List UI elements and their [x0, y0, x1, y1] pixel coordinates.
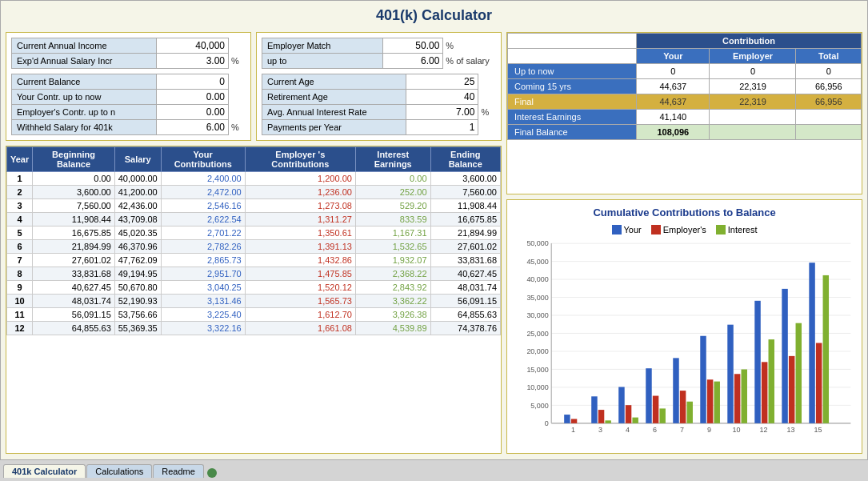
table-cell: 52,190.93 — [114, 295, 161, 308]
your-legend-color — [612, 225, 622, 234]
svg-text:6: 6 — [653, 426, 657, 434]
table-cell: 3,225.40 — [161, 308, 245, 322]
svg-rect-49 — [734, 374, 740, 423]
chart-area: 50,00045,00040,00035,00030,00025,00020,0… — [514, 238, 855, 447]
svg-text:3: 3 — [598, 426, 602, 434]
svg-text:1: 1 — [571, 426, 575, 434]
table-cell: 56,091.15 — [430, 295, 500, 308]
table-row: 1048,031.7452,190.933,131.461,565.733,36… — [7, 295, 501, 308]
payments-label: Payments per Year — [262, 120, 406, 135]
table-cell: 27,601.02 — [33, 254, 115, 267]
table-cell: 3,040.25 — [161, 281, 245, 295]
svg-rect-46 — [714, 381, 719, 423]
contrib-row-label: Coming 15 yrs — [508, 79, 637, 94]
current-age-label: Current Age — [262, 74, 406, 90]
your-contr-value[interactable]: 0.00 — [156, 90, 228, 105]
table-cell: 16,675.85 — [430, 213, 500, 226]
right-inputs-panel: Employer Match 50.00 % up to 6.00 % of s… — [256, 32, 502, 141]
table-cell: 64,855.63 — [430, 308, 500, 322]
avg-interest-unit: % — [478, 105, 496, 120]
table-cell: 4,539.89 — [355, 322, 430, 335]
table-cell: 1,932.07 — [355, 254, 430, 267]
contrib-row: Coming 15 yrs44,63722,31966,956 — [508, 79, 862, 94]
contrib-cell: 108,096 — [637, 125, 710, 140]
svg-rect-52 — [754, 300, 760, 423]
contrib-row-label: Final Balance — [508, 125, 637, 140]
svg-rect-24 — [564, 415, 570, 423]
table-cell: 3,131.46 — [161, 295, 245, 308]
table-cell: 56,091.15 — [33, 308, 115, 322]
table-cell: 529.20 — [355, 199, 430, 213]
table-cell: 21,894.99 — [430, 226, 500, 240]
tab-calculations[interactable]: Calculations — [86, 464, 152, 478]
table-cell: 47,762.09 — [114, 254, 161, 267]
table-cell: 1,612.70 — [245, 308, 355, 322]
withheld-salary-value[interactable]: 6.00 — [156, 120, 228, 135]
table-row: 1264,855.6355,369.353,322.161,661.084,53… — [7, 322, 501, 335]
table-cell: 7,560.00 — [430, 186, 500, 199]
svg-text:9: 9 — [707, 426, 711, 434]
table-cell: 2,400.00 — [161, 172, 245, 186]
table-cell: 3,322.16 — [161, 322, 245, 335]
table-cell: 12 — [7, 322, 33, 335]
svg-rect-30 — [605, 420, 610, 423]
contrib-row: Final Balance108,096 — [508, 125, 862, 140]
current-annual-income-value[interactable]: 40,000 — [156, 38, 228, 54]
table-row: 621,894.9946,370.962,782.261,391.131,532… — [7, 240, 501, 254]
svg-text:35,000: 35,000 — [526, 293, 548, 301]
tab-bar: 401k Calculator Calculations Readme — [0, 460, 868, 478]
current-age-value[interactable]: 25 — [406, 74, 478, 90]
svg-rect-57 — [789, 355, 794, 423]
data-table-panel: YearBeginning BalanceSalaryYour Contribu… — [6, 146, 502, 454]
payments-value[interactable]: 1 — [406, 120, 478, 135]
table-row: 23,600.0041,200.002,472.001,236.00252.00… — [7, 186, 501, 199]
table-cell: 7,560.00 — [33, 199, 115, 213]
contrib-row: Final44,63722,31966,956 — [508, 94, 862, 110]
table-cell: 9 — [7, 281, 33, 295]
svg-rect-45 — [707, 379, 713, 423]
table-row: 10.0040,000.002,400.001,200.000.003,600.… — [7, 172, 501, 186]
retirement-age-value[interactable]: 40 — [406, 90, 478, 105]
expd-salary-label: Exp'd Annual Salary Incr — [12, 54, 157, 69]
employer-match-value[interactable]: 50.00 — [382, 38, 442, 54]
svg-rect-36 — [646, 368, 651, 423]
table-cell: 42,436.00 — [114, 199, 161, 213]
retirement-age-label: Retirement Age — [262, 90, 406, 105]
table-cell: 1,167.31 — [355, 226, 430, 240]
table-cell: 1,661.08 — [245, 322, 355, 335]
current-balance-value[interactable]: 0 — [156, 74, 228, 90]
contrib-cell: 0 — [637, 64, 710, 79]
left-inputs-panel: Current Annual Income 40,000 Exp'd Annua… — [6, 32, 251, 141]
svg-text:40,000: 40,000 — [526, 275, 548, 283]
table-cell: 3,600.00 — [33, 186, 115, 199]
table-cell: 45,020.35 — [114, 226, 161, 240]
employer-contr-value[interactable]: 0.00 — [156, 105, 228, 120]
table-cell: 46,370.96 — [114, 240, 161, 254]
svg-rect-40 — [673, 358, 678, 423]
avg-interest-label: Avg. Annual Interest Rate — [262, 105, 406, 120]
your-contr-label: Your Contr. up to now — [12, 90, 157, 105]
tab-401k-calculator[interactable]: 401k Calculator — [3, 464, 86, 478]
avg-interest-value[interactable]: 7.00 — [406, 105, 478, 120]
contrib-cell — [796, 125, 862, 140]
svg-rect-53 — [762, 362, 767, 423]
col-your: Your — [637, 49, 710, 64]
table-cell: 4 — [7, 213, 33, 226]
pct-of-salary-label: % of salary — [443, 54, 496, 69]
svg-rect-54 — [769, 339, 774, 423]
contrib-corner — [508, 34, 637, 49]
expd-salary-value[interactable]: 3.00 — [156, 54, 228, 69]
table-cell: 33,831.68 — [33, 267, 115, 281]
table-cell: 7 — [7, 254, 33, 267]
tab-readme[interactable]: Readme — [153, 464, 204, 478]
table-cell: 5 — [7, 226, 33, 240]
svg-text:10,000: 10,000 — [526, 383, 548, 391]
table-cell: 1,432.86 — [245, 254, 355, 267]
table-row: 516,675.8545,020.352,701.221,350.611,167… — [7, 226, 501, 240]
your-legend-label: Your — [624, 225, 642, 234]
up-to-value[interactable]: 6.00 — [382, 54, 442, 69]
svg-rect-62 — [823, 275, 829, 423]
chart-title: Cumulative Contributions to Balance — [593, 206, 775, 218]
table-cell: 3,926.38 — [355, 308, 430, 322]
svg-text:10: 10 — [733, 426, 741, 434]
